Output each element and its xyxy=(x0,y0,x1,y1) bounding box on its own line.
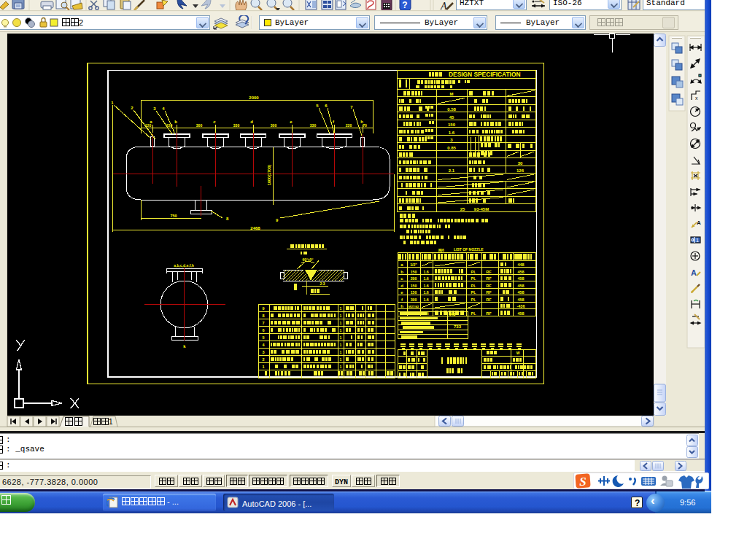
svg-text:1: 1 xyxy=(340,350,342,354)
svg-text:9: 9 xyxy=(262,306,264,311)
svg-text:W: W xyxy=(516,351,520,355)
svg-text:458: 458 xyxy=(517,284,524,288)
svg-text:1: 1 xyxy=(340,365,342,369)
svg-text:d: d xyxy=(400,284,403,288)
svg-text:220: 220 xyxy=(346,123,352,128)
svg-text:RF: RF xyxy=(486,298,492,302)
svg-text:1.6: 1.6 xyxy=(423,298,428,302)
svg-text:150: 150 xyxy=(411,290,417,295)
svg-text:2.1: 2.1 xyxy=(449,168,455,173)
svg-text:a,b,c,d,e,f,h: a,b,c,d,e,f,h xyxy=(174,263,194,268)
svg-text:LIST OF NOZZLE: LIST OF NOZZLE xyxy=(454,247,484,252)
svg-text:458: 458 xyxy=(517,270,524,274)
svg-text:PL: PL xyxy=(471,311,476,316)
svg-text:S: S xyxy=(579,475,586,489)
svg-text:70: 70 xyxy=(363,123,367,128)
svg-text:6: 6 xyxy=(262,328,264,332)
svg-text:2: 2 xyxy=(131,106,133,110)
svg-text:458: 458 xyxy=(517,298,524,302)
svg-text:1: 1 xyxy=(340,314,342,318)
svg-text:2: 2 xyxy=(262,357,264,362)
svg-text:PL: PL xyxy=(471,298,476,302)
svg-text:0.85: 0.85 xyxy=(447,146,456,150)
svg-text:448: 448 xyxy=(517,262,524,267)
svg-text:1: 1 xyxy=(696,238,699,243)
svg-text:h: h xyxy=(400,304,403,308)
svg-text:1: 1 xyxy=(340,321,342,325)
svg-text:PL: PL xyxy=(471,284,476,288)
svg-text:x: x xyxy=(695,96,698,101)
svg-text:DESIGN SPECIFICATION: DESIGN SPECIFICATION xyxy=(449,71,521,78)
svg-text:6: 6 xyxy=(325,104,328,108)
svg-text:300: 300 xyxy=(196,123,203,128)
svg-text:3: 3 xyxy=(153,106,156,111)
svg-text:RF: RF xyxy=(486,284,492,288)
svg-text:1: 1 xyxy=(340,306,342,311)
svg-text:a: a xyxy=(150,120,152,124)
svg-text:图6: 图6 xyxy=(438,248,444,253)
svg-text:5: 5 xyxy=(316,104,319,108)
svg-text:k: k xyxy=(183,344,186,349)
svg-text:5: 5 xyxy=(262,335,264,340)
svg-text:458: 458 xyxy=(517,290,524,295)
svg-text:7: 7 xyxy=(262,321,264,325)
svg-text:h: h xyxy=(360,120,363,124)
svg-text:RF: RF xyxy=(486,276,492,281)
svg-text:f: f xyxy=(401,298,403,302)
svg-text:45: 45 xyxy=(449,115,454,120)
svg-text:4: 4 xyxy=(262,343,265,347)
svg-text:733: 733 xyxy=(454,324,462,329)
svg-text:A: A xyxy=(440,1,447,11)
svg-text:1/2": 1/2" xyxy=(410,262,417,267)
svg-text:7: 7 xyxy=(350,105,353,109)
svg-text:1: 1 xyxy=(262,365,264,369)
svg-text:1.6: 1.6 xyxy=(423,284,428,288)
svg-text:1: 1 xyxy=(340,328,342,332)
svg-text:243: 243 xyxy=(449,312,456,316)
svg-text:1.6: 1.6 xyxy=(449,131,455,135)
svg-text:3: 3 xyxy=(450,138,453,142)
svg-text:A: A xyxy=(697,219,701,226)
svg-text:458: 458 xyxy=(517,276,524,281)
svg-text:RF: RF xyxy=(486,311,492,316)
svg-text:RF: RF xyxy=(486,270,492,274)
svg-text:1: 1 xyxy=(111,101,114,105)
svg-text:330: 330 xyxy=(233,123,240,128)
svg-text:a: a xyxy=(400,262,403,267)
svg-text:1: 1 xyxy=(340,335,342,340)
svg-text:b: b xyxy=(174,120,177,124)
svg-text:1.6: 1.6 xyxy=(423,270,428,274)
svg-text:PL: PL xyxy=(471,270,476,274)
svg-text:PL: PL xyxy=(471,276,476,281)
svg-text:c: c xyxy=(213,120,216,124)
svg-text:4: 4 xyxy=(162,106,165,111)
svg-text:1: 1 xyxy=(340,343,342,347)
svg-text:0.58: 0.58 xyxy=(447,107,456,112)
svg-text:1: 1 xyxy=(340,357,342,362)
svg-text:300: 300 xyxy=(271,123,277,128)
svg-text:330: 330 xyxy=(310,123,317,128)
svg-text:3: 3 xyxy=(262,350,264,354)
svg-text:150: 150 xyxy=(411,270,417,274)
svg-text:PL: PL xyxy=(471,290,476,295)
svg-text:8: 8 xyxy=(226,217,229,221)
svg-text:e: e xyxy=(290,120,293,124)
svg-text:e: e xyxy=(400,290,403,295)
svg-text:93-45M: 93-45M xyxy=(474,207,489,211)
svg-text:2000: 2000 xyxy=(249,96,259,100)
svg-text:30: 30 xyxy=(518,161,523,166)
svg-text:1.6: 1.6 xyxy=(423,276,428,281)
svg-text:25: 25 xyxy=(460,207,465,211)
svg-text:M: M xyxy=(450,92,454,96)
svg-text:d: d xyxy=(250,120,253,124)
svg-text:150: 150 xyxy=(411,284,417,288)
svg-text:2-3: 2-3 xyxy=(320,281,325,286)
svg-text:RF: RF xyxy=(486,290,492,295)
svg-text:1.6: 1.6 xyxy=(423,290,428,295)
svg-text:8: 8 xyxy=(262,314,264,318)
svg-text:126: 126 xyxy=(516,168,525,173)
svg-text:f: f xyxy=(333,120,335,124)
svg-text:9: 9 xyxy=(276,218,279,222)
svg-text:150: 150 xyxy=(448,122,456,127)
svg-text:M27/42: M27/42 xyxy=(409,305,419,308)
